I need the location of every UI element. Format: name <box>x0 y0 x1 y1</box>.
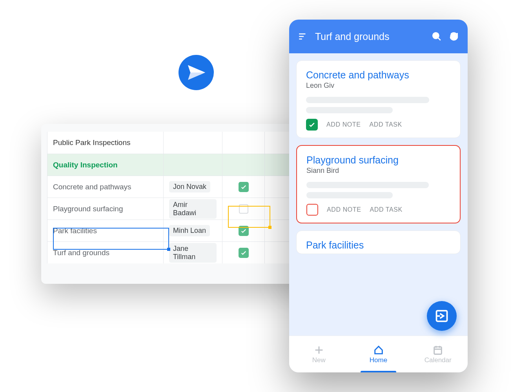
card-title: Park facilities <box>306 240 451 251</box>
sheet-section-cell[interactable]: Quality Inspection <box>47 154 164 176</box>
checkbox-empty-icon <box>239 204 248 214</box>
skeleton-line <box>306 192 393 198</box>
checkbox-checked-icon <box>239 248 249 258</box>
mobile-content: Concrete and pathways Leon Giv ADD NOTE … <box>289 53 468 336</box>
skeleton-line <box>306 182 429 188</box>
nav-new[interactable]: New <box>289 336 349 372</box>
assignee-cell[interactable]: Amir Badawi <box>164 198 222 220</box>
task-card[interactable]: Park facilities <box>296 230 461 254</box>
task-cell[interactable]: Concrete and pathways <box>47 176 164 198</box>
card-title: Concrete and pathways <box>306 69 451 81</box>
checkbox-cell[interactable] <box>222 176 265 198</box>
add-note-button[interactable]: ADD NOTE <box>326 121 361 128</box>
assignee-cell[interactable]: Jane Tillman <box>164 242 222 263</box>
skeleton-line <box>306 107 393 113</box>
task-cell[interactable]: Park facilities <box>47 220 164 241</box>
mobile-header: Turf and grounds <box>289 20 468 53</box>
menu-icon[interactable] <box>298 31 308 42</box>
nav-home[interactable]: Home <box>349 336 408 372</box>
mobile-title: Turf and grounds <box>315 31 425 42</box>
skeleton-line <box>306 97 429 103</box>
task-cell[interactable]: Turf and grounds <box>47 242 164 263</box>
checkbox-cell[interactable] <box>222 198 265 220</box>
nav-calendar[interactable]: Calendar <box>408 336 468 372</box>
checkbox-checked-icon[interactable] <box>306 119 318 131</box>
checkbox-cell[interactable] <box>222 242 265 263</box>
checkbox-unchecked-icon[interactable] <box>306 204 318 216</box>
fab-button[interactable] <box>427 301 457 331</box>
refresh-icon[interactable] <box>449 31 459 42</box>
mobile-app-panel: Turf and grounds Concrete and pathways L… <box>289 20 468 372</box>
card-assignee: Leon Giv <box>306 82 451 90</box>
add-task-button[interactable]: ADD TASK <box>369 121 402 128</box>
checkbox-checked-icon <box>239 182 249 192</box>
checkbox-checked-icon <box>239 226 249 236</box>
checkbox-cell[interactable] <box>222 220 265 241</box>
assignee-cell[interactable]: Minh Loan <box>164 220 222 241</box>
add-note-button[interactable]: ADD NOTE <box>327 206 361 213</box>
mobile-bottom-nav: New Home Calendar <box>289 336 468 372</box>
search-icon[interactable] <box>432 31 442 42</box>
card-assignee: Siann Bird <box>306 167 450 175</box>
svg-point-0 <box>433 33 439 38</box>
assignee-cell[interactable]: Jon Novak <box>164 176 222 198</box>
add-task-button[interactable]: ADD TASK <box>370 206 402 213</box>
card-title: Playground surfacing <box>306 154 450 166</box>
task-card-alert[interactable]: Playground surfacing Siann Bird ADD NOTE… <box>296 145 461 223</box>
svg-rect-2 <box>434 347 442 354</box>
sheet-title-cell[interactable]: Public Park Inspections <box>47 132 164 154</box>
task-cell[interactable]: Playground surfacing <box>47 198 164 220</box>
task-card[interactable]: Concrete and pathways Leon Giv ADD NOTE … <box>296 60 461 138</box>
paper-plane-icon <box>179 55 214 90</box>
